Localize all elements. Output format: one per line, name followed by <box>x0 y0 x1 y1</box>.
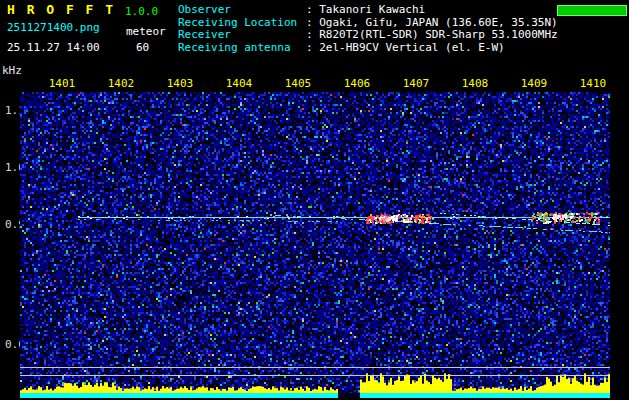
time-tick-label: 1402 <box>108 78 135 90</box>
info-label: Receiving antenna <box>178 42 306 55</box>
interval-label: 60 <box>136 42 149 54</box>
station-info-row: Receiver: R820T2(RTL-SDR) SDR-Sharp 53.1… <box>178 29 626 42</box>
progress-bar <box>557 5 627 16</box>
y-axis-unit: kHz <box>2 65 22 77</box>
time-tick-label: 1403 <box>167 78 194 90</box>
app-title: H R O F F T <box>7 4 115 16</box>
info-separator: : <box>306 42 319 55</box>
hrofft-screen: H R O F F T 1.0.0 2511271400.png meteor … <box>0 0 629 400</box>
mode-label: meteor <box>126 26 166 38</box>
output-filename: 2511271400.png <box>7 22 100 34</box>
datetime-label: 25.11.27 14:00 <box>7 42 100 54</box>
info-label: Observer <box>178 4 306 17</box>
info-value: R820T2(RTL-SDR) SDR-Sharp 53.1000MHz <box>319 29 557 42</box>
time-tick-label: 1406 <box>344 78 371 90</box>
info-value: Takanori Kawachi <box>319 4 425 17</box>
spectrogram-canvas <box>20 92 610 398</box>
info-label: Receiver <box>178 29 306 42</box>
info-separator: : <box>306 4 319 17</box>
info-value: 2el-HB9CV Vertical (el. E-W) <box>319 42 504 55</box>
time-axis-ticks: 1401140214031404140514061407140814091410 <box>20 78 610 90</box>
time-tick-label: 1409 <box>521 78 548 90</box>
app-version: 1.0.0 <box>125 6 158 18</box>
time-tick-label: 1405 <box>285 78 312 90</box>
time-tick-label: 1410 <box>580 78 607 90</box>
info-separator: : <box>306 29 319 42</box>
time-tick-label: 1404 <box>226 78 253 90</box>
time-tick-label: 1407 <box>403 78 430 90</box>
station-info-row: Receiving antenna: 2el-HB9CV Vertical (e… <box>178 42 626 55</box>
time-tick-label: 1401 <box>49 78 76 90</box>
time-tick-label: 1408 <box>462 78 489 90</box>
